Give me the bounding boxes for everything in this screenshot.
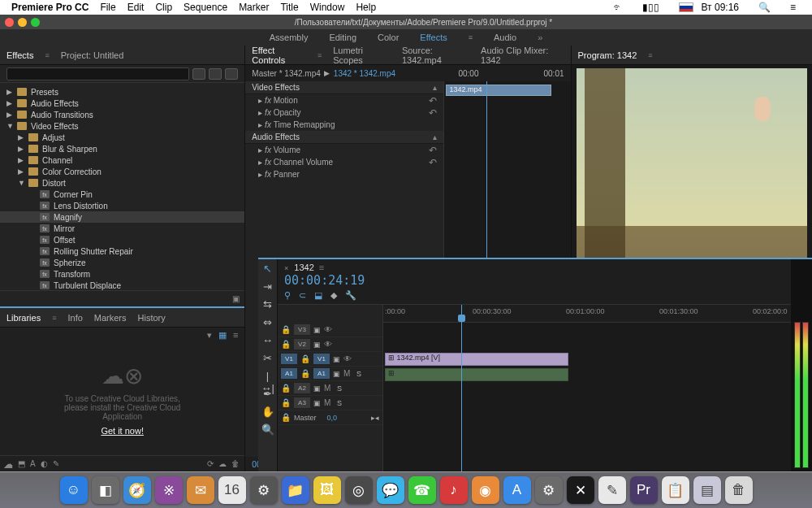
panel-menu-icon[interactable]: ≡ [648,51,652,59]
menu-window[interactable]: Window [310,2,345,13]
dock-app-icon[interactable]: ☺ [60,476,88,504]
master-track[interactable]: Master [294,414,317,422]
tree-item[interactable]: fxTransform [0,268,244,280]
dock-app-icon[interactable]: ✉ [187,476,214,504]
tree-item[interactable]: ▼Video Effects [0,120,244,132]
menu-title[interactable]: Title [280,2,298,13]
disclosure-triangle-icon[interactable]: ▶ [6,111,13,119]
disclosure-triangle-icon[interactable]: ▼ [18,179,24,187]
close-icon[interactable]: × [284,264,288,272]
workspace-audio[interactable]: Audio [494,33,516,42]
pen-tool-icon[interactable]: ✒ [261,388,274,401]
disclosure-triangle-icon[interactable]: ▶ [6,99,13,107]
zoom-tool-icon[interactable]: 🔍 [261,423,274,436]
panel-menu-icon[interactable]: ≡ [45,51,49,59]
tree-item[interactable]: ▶Audio Transitions [0,109,244,120]
dock-app-icon[interactable]: 📋 [662,476,689,504]
tree-item[interactable]: fxOffset [0,234,244,245]
tree-item[interactable]: fxRolling Shutter Repair [0,245,244,257]
timeline-clip-audio[interactable]: ⊞ [385,368,568,381]
tab-audio-mixer[interactable]: Audio Clip Mixer: 1342 [481,46,564,65]
workspace-overflow[interactable] [538,33,542,42]
lib-link[interactable]: Get it now! [101,426,144,436]
tree-item[interactable]: fxCorner Pin [0,189,244,200]
timeline-clip-video[interactable]: ⊞ 1342.mp4 [V] [385,353,568,366]
wifi-icon[interactable]: ᯤ [613,2,623,13]
triangle-right-icon[interactable]: ▸ [258,120,262,129]
eye-icon[interactable]: 👁 [343,354,353,363]
lock-icon[interactable]: 🔒 [281,384,291,393]
ec-opacity[interactable]: Opacity [274,108,301,117]
marker-icon[interactable]: ⬓ [314,290,322,301]
reset-icon[interactable]: ↶ [429,157,437,168]
track-toggle-icon[interactable]: ▣ [313,326,321,334]
slip-tool-icon[interactable]: |↔| [261,370,274,383]
solo-icon[interactable]: S [337,384,342,393]
tree-item[interactable]: fxMagnify [0,211,244,223]
tab-history[interactable]: History [138,313,166,323]
lib-list-icon[interactable]: ≡ [233,330,238,340]
lib-dropdown[interactable]: ▾ [207,330,212,341]
menu-clip[interactable]: Clip [155,2,172,13]
dock-app-icon[interactable]: 16 [218,476,246,504]
settings-icon[interactable]: 🔧 [345,290,356,301]
lock-icon[interactable]: 🔒 [281,340,291,349]
lock-icon[interactable]: 🔒 [300,369,310,378]
dock-app-icon[interactable]: Pr [630,476,658,504]
trash-icon[interactable]: 🗑 [231,459,240,468]
master-value[interactable]: 0,0 [327,414,338,422]
preset-yuv-icon[interactable] [225,68,238,80]
reset-icon[interactable]: ↶ [429,107,437,119]
tree-item[interactable]: ▶Adjust [0,132,244,143]
creative-cloud-sync-icon[interactable]: ☁ [3,459,13,471]
track-toggle-icon[interactable]: ▣ [313,341,321,349]
tree-item[interactable]: fxTurbulent Displace [0,280,244,290]
cloud-icon[interactable]: ☁ [218,459,227,468]
menu-extras-icon[interactable]: ≡ [790,2,796,13]
rate-stretch-tool-icon[interactable]: ↔ [261,334,274,347]
dock-app-icon[interactable]: ※ [155,476,183,504]
mute-icon[interactable]: M [324,398,334,407]
tree-item[interactable]: ▶Audio Effects [0,98,244,109]
dock-app-icon[interactable]: ◉ [472,476,499,504]
tree-item[interactable]: ▼Distort [0,177,244,189]
ripple-tool-icon[interactable]: ⇆ [261,298,274,311]
triangle-right-icon[interactable]: ▸ [258,170,262,179]
preset-accelerated-icon[interactable] [192,68,205,80]
lock-icon[interactable]: 🔒 [300,354,310,363]
rolling-tool-icon[interactable]: ⇔ [261,316,274,329]
track-toggle-icon[interactable]: ▣ [313,399,321,407]
solo-icon[interactable]: S [337,399,342,407]
dock-app-icon[interactable]: ☎ [408,476,436,504]
disclosure-triangle-icon[interactable]: ▶ [18,145,24,153]
timeline-canvas[interactable]: :00:00 00:00:30:00 00:01:00:00 00:01:30:… [383,305,791,471]
track-v3[interactable]: V3 [294,324,310,335]
timeline-playhead[interactable] [461,305,462,471]
dock-app-icon[interactable]: ✕ [567,476,594,504]
font-icon[interactable]: A [30,459,36,468]
panel-menu-icon[interactable]: ≡ [52,314,56,322]
ec-time-remap[interactable]: Time Remapping [274,120,335,129]
dock-app-icon[interactable]: ⚙ [535,476,563,504]
triangle-right-icon[interactable]: ▸ [258,145,262,154]
lib-grid-icon[interactable]: ▦ [218,330,227,341]
dock-app-icon[interactable]: 🖼 [313,476,341,504]
spotlight-icon[interactable]: 🔍 [758,2,771,13]
collapse-icon[interactable]: ▸◂ [371,414,379,422]
ec-clip-tag[interactable]: 1342.mp4 [446,85,551,96]
preset-32bit-icon[interactable] [209,68,222,80]
tab-source[interactable]: Source: 1342.mp4 [402,46,469,65]
tree-item[interactable]: fxMirror [0,223,244,234]
tree-item[interactable]: fxLens Distortion [0,200,244,211]
eye-icon[interactable]: 👁 [324,325,334,334]
clock[interactable]: Вт 09:16 [702,2,739,13]
track-a1[interactable]: A1 [313,368,330,379]
ec-volume[interactable]: Volume [274,145,300,154]
tab-project[interactable]: Project: Untitled [61,50,124,60]
disclosure-triangle-icon[interactable]: ▶ [18,133,24,141]
menu-edit[interactable]: Edit [127,2,145,13]
workspace-menu-icon[interactable]: ≡ [469,33,473,41]
timeline-ruler[interactable]: :00:00 00:00:30:00 00:01:00:00 00:01:30:… [383,305,791,323]
app-name[interactable]: Premiere Pro CC [11,2,89,13]
input-source-flag[interactable] [679,2,693,12]
